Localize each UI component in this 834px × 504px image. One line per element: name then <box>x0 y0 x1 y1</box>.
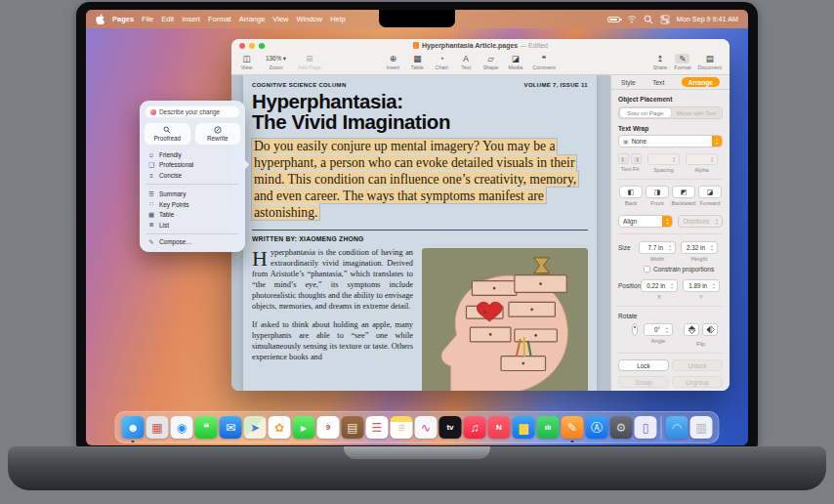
constrain-proportions-checkbox[interactable] <box>644 266 650 273</box>
align-select[interactable]: Align ▴▾ <box>618 215 673 228</box>
dock-app-store[interactable]: Ⓐ <box>586 416 608 439</box>
menu-item-insert[interactable]: Insert <box>182 15 200 23</box>
text-fit-on-button[interactable]: ◨ <box>631 153 642 164</box>
flip-horizontal-button[interactable] <box>702 323 718 336</box>
unlock-button[interactable]: Unlock <box>672 359 723 371</box>
dock-calendar[interactable]: 9 <box>317 416 340 439</box>
stay-on-page-segment[interactable]: Stay on Page <box>620 108 671 117</box>
ungroup-button[interactable]: Ungroup <box>672 376 723 388</box>
dock-launchpad[interactable]: ▦ <box>146 416 169 439</box>
position-x-stepper[interactable]: 0.22 in▴▾ <box>641 279 678 292</box>
backward-button[interactable]: ◩ <box>672 186 695 198</box>
dock-downloads-folder[interactable]: ◠ <box>666 416 688 439</box>
toolbar-text-button[interactable]: AText <box>459 54 474 70</box>
article-illustration[interactable] <box>422 248 588 391</box>
spotlight-search-icon[interactable] <box>644 15 653 24</box>
text-fit-off-button[interactable]: ◧ <box>618 153 629 164</box>
menu-item-file[interactable]: File <box>142 15 153 23</box>
article-body[interactable]: Hyperphantasia is the condition of havin… <box>252 248 413 391</box>
document-canvas[interactable]: COGNITIVE SCIENCE COLUMN VOLUME 7, ISSUE… <box>231 75 610 391</box>
toolbar-table-button[interactable]: ▦Table <box>410 54 425 70</box>
writing-tool-concise[interactable]: ≡Concise <box>145 170 240 181</box>
dock-freeform[interactable]: ∿ <box>415 416 438 439</box>
dock-keynote[interactable]: ▆ <box>513 416 535 439</box>
rotation-knob[interactable] <box>632 323 638 336</box>
dock-photos[interactable]: ✿ <box>269 416 291 439</box>
describe-change-field[interactable]: Describe your change <box>145 105 240 118</box>
width-stepper[interactable]: 7.7 in▴▾ <box>639 241 676 254</box>
dock-notes[interactable]: ≡ <box>391 416 413 439</box>
dock-tv[interactable]: tv <box>439 416 462 439</box>
dock-system-settings[interactable]: ⚙ <box>610 416 633 439</box>
window-titlebar[interactable]: Hyperphantasia Article.pages — Edited <box>231 39 730 52</box>
position-y-stepper[interactable]: 1.89 in▴▾ <box>683 279 720 292</box>
toolbar-share-button[interactable]: ↥Share <box>652 54 667 70</box>
dock-contacts[interactable]: ▤ <box>342 416 364 439</box>
apple-menu-icon[interactable] <box>96 14 104 24</box>
article-intro[interactable]: Do you easily conjure up mental imagery?… <box>252 139 596 222</box>
height-stepper[interactable]: 2.32 in▴▾ <box>681 241 718 254</box>
forward-button[interactable]: ◪ <box>698 186 722 198</box>
menu-item-pages[interactable]: Pages <box>112 15 134 23</box>
toolbar-comment-button[interactable]: ❝Comment <box>532 54 555 70</box>
tab-arrange[interactable]: Arrange <box>682 77 720 87</box>
writing-tool-professional[interactable]: ❑Professional <box>145 160 240 171</box>
writing-tool-key-points[interactable]: ∷Key Points <box>145 199 240 210</box>
dock-music[interactable]: ♫ <box>464 416 486 439</box>
alpha-stepper[interactable]: ▴▾ <box>686 153 718 165</box>
toolbar-shape-button[interactable]: ▱Shape <box>483 54 499 70</box>
dock-pages[interactable]: ✎ <box>562 416 584 439</box>
toolbar-chart-button[interactable]: ◔Chart <box>435 54 449 70</box>
text-wrap-select[interactable]: ▣ None ▴▾ <box>618 135 723 147</box>
dock-finder[interactable]: ☻ <box>122 416 145 439</box>
dock-maps[interactable]: ➤ <box>244 416 267 439</box>
toolbar-insert-button[interactable]: ⊕Insert <box>386 54 400 70</box>
front-button[interactable]: ◨ <box>646 186 669 198</box>
menu-item-view[interactable]: View <box>272 15 288 23</box>
wifi-icon[interactable] <box>627 15 637 24</box>
toolbar-document-button[interactable]: ▤Document <box>697 54 722 70</box>
highlighted-selection[interactable]: Do you easily conjure up mental imagery?… <box>252 139 578 220</box>
menu-item-edit[interactable]: Edit <box>161 15 174 23</box>
menu-item-format[interactable]: Format <box>208 15 231 23</box>
compose-item[interactable]: ✎ Compose… <box>145 237 240 248</box>
toolbar-format-button[interactable]: ✎Format <box>674 54 690 70</box>
tab-text[interactable]: Text <box>652 79 664 86</box>
menu-clock[interactable]: Mon Sep 9 9:41 AM <box>677 15 738 23</box>
group-button[interactable]: Group <box>618 376 669 388</box>
move-with-text-segment[interactable]: Move with Text <box>672 107 723 118</box>
dock-facetime[interactable]: ▸ <box>293 416 315 439</box>
toolbar-zoom-button[interactable]: 136% ▾Zoom <box>266 54 286 70</box>
menu-item-window[interactable]: Window <box>296 15 322 23</box>
spacing-stepper[interactable]: ▴▾ <box>647 153 680 165</box>
writing-tool-friendly[interactable]: ☺Friendly <box>145 149 240 160</box>
menu-item-help[interactable]: Help <box>330 15 345 23</box>
document-page[interactable]: COGNITIVE SCIENCE COLUMN VOLUME 7, ISSUE… <box>243 75 597 391</box>
rewrite-button[interactable]: Rewrite <box>195 123 241 145</box>
distribute-select[interactable]: Distribute ▴▾ <box>678 215 723 228</box>
flip-vertical-button[interactable] <box>684 323 699 336</box>
dock-iphone-mirroring[interactable]: ▯ <box>635 416 657 439</box>
writing-tool-table[interactable]: ▦Table <box>145 210 240 221</box>
dock-news[interactable]: N <box>488 416 511 439</box>
dock-messages[interactable]: ❝ <box>195 416 218 439</box>
tab-style[interactable]: Style <box>621 79 636 86</box>
dock-numbers[interactable]: ılı <box>537 416 560 439</box>
dock-safari[interactable]: ◉ <box>171 416 193 439</box>
proofread-button[interactable]: Proofread <box>145 123 190 145</box>
control-center-icon[interactable] <box>660 15 670 24</box>
toolbar-view-button[interactable]: ◫View <box>239 54 254 70</box>
menu-item-arrange[interactable]: Arrange <box>239 15 266 23</box>
lock-button[interactable]: Lock <box>618 359 669 371</box>
writing-tool-list[interactable]: ≣List <box>145 220 240 231</box>
freeform-icon: ∿ <box>421 422 431 434</box>
battery-icon[interactable] <box>607 17 620 22</box>
dock-mail[interactable]: ✉ <box>220 416 242 439</box>
toolbar-media-button[interactable]: ◪Media <box>508 54 522 70</box>
toolbar-add-page-button[interactable]: ⊞Add Page <box>298 54 321 70</box>
back-button[interactable]: ◧ <box>619 186 643 198</box>
dock-reminders[interactable]: ☰ <box>366 416 389 439</box>
writing-tool-summary[interactable]: ☰Summary <box>145 189 240 200</box>
dock-trash[interactable]: ▥ <box>690 416 713 439</box>
angle-stepper[interactable]: 0°▴▾ <box>644 323 673 336</box>
